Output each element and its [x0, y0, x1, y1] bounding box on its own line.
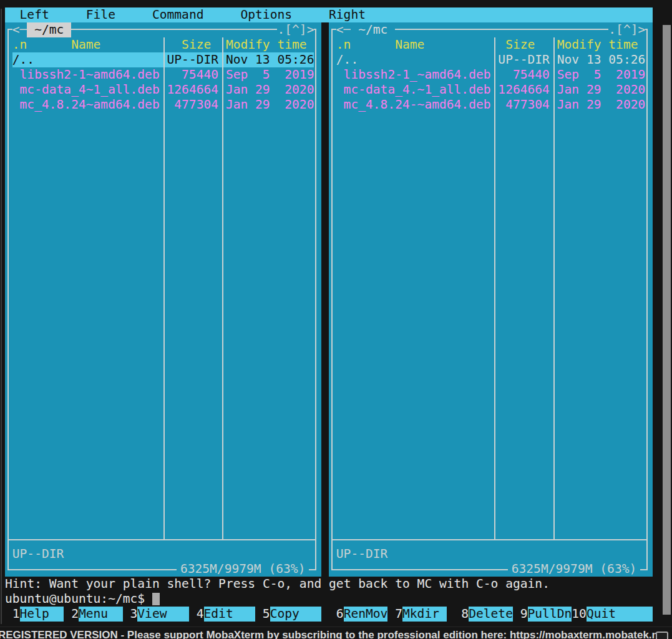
panel-right-col-header-size[interactable]: Size: [505, 37, 535, 52]
fkey-menu-button[interactable]: Menu: [79, 607, 123, 622]
file-size: 477304: [498, 97, 550, 112]
mobaxterm-terminal-window: Left File Command Options Right <─ ~/mc …: [0, 0, 672, 639]
window-edge-line: [1, 9, 2, 624]
panel-left-path-title[interactable]: ~/mc: [27, 22, 71, 37]
fkey-renmov-button[interactable]: RenMov: [344, 607, 388, 622]
fkey-8-number: 8: [454, 607, 469, 622]
menu-item-right[interactable]: Right: [329, 7, 366, 22]
file-size: UP--DIR: [498, 52, 550, 67]
file-row[interactable]: mc_4.8.24~amd64.deb 477304 Jan 29 2020: [9, 97, 315, 112]
file-mtime: Nov 13 05:26: [226, 52, 314, 67]
fkey-3-number: 3: [123, 607, 138, 622]
registration-banner: REGISTERED VERSION - Please support Moba…: [0, 627, 672, 639]
file-size: 1264664: [167, 82, 219, 97]
fkey-quit-button[interactable]: Quit: [587, 607, 653, 622]
panel-left: <─ ~/mc .[^]> .n Name Size Modify time /…: [7, 29, 316, 570]
menu-item-command[interactable]: Command: [152, 7, 204, 22]
file-mtime: Jan 29 2020: [557, 97, 646, 112]
panel-right-mini-status: UP--DIR: [336, 547, 388, 562]
panel-right-col-header-name[interactable]: Name: [395, 37, 424, 52]
shell-prompt[interactable]: ubuntu@ubuntu:~/mc$: [5, 592, 145, 607]
panel-left-view-buttons[interactable]: .[^]>: [277, 22, 314, 37]
panel-right-back-button[interactable]: <─: [336, 22, 351, 37]
file-row[interactable]: mc-data_4.~1_all.deb 1264664 Jan 29 2020: [333, 82, 646, 97]
fkey-10-number: 10: [572, 607, 587, 622]
fkey-5-number: 5: [255, 607, 270, 622]
scrollbar-thumb[interactable]: [663, 25, 671, 615]
mini-status-separator: [333, 539, 646, 540]
file-row-updir[interactable]: /.. UP--DIR Nov 13 05:26: [333, 52, 646, 67]
column-separator: [494, 37, 495, 539]
file-name: /..: [12, 52, 160, 67]
panel-right: <─ ~/mc .[^]> .n Name Size Modify time /…: [331, 29, 648, 570]
column-separator: [553, 37, 555, 539]
menu-item-file[interactable]: File: [86, 7, 115, 22]
panel-right-sort-indicator: .n: [336, 37, 351, 52]
panel-right-view-buttons[interactable]: .[^]>: [608, 22, 645, 37]
fkey-2-number: 2: [64, 607, 79, 622]
fkey-copy-button[interactable]: Copy: [270, 607, 322, 622]
fkey-view-button[interactable]: View: [137, 607, 189, 622]
registration-banner-text: REGISTERED VERSION - Please support Moba…: [0, 629, 668, 639]
file-mtime: Sep 5 2019: [226, 67, 314, 82]
file-row[interactable]: mc-data_4~1_all.deb 1264664 Jan 29 2020: [9, 82, 315, 97]
file-row[interactable]: libssh2-1_~amd64.deb 75440 Sep 5 2019: [333, 67, 646, 82]
file-size: 1264664: [498, 82, 550, 97]
fkey-mkdir-button[interactable]: Mkdir: [402, 607, 447, 622]
panel-right-free-space: 6325M/9979M (63%): [508, 562, 640, 577]
panel-left-col-header-name[interactable]: Name: [71, 37, 100, 52]
menu-item-left[interactable]: Left: [20, 7, 49, 22]
fkey-edit-button[interactable]: Edit: [204, 607, 256, 622]
file-name: mc_4.8.24-~amd64.deb: [336, 97, 491, 112]
file-name: mc-data_4~1_all.deb: [12, 82, 160, 97]
fkey-delete-button[interactable]: Delete: [469, 607, 513, 622]
panel-right-path-title[interactable]: ~/mc: [351, 22, 395, 37]
panel-left-sort-indicator: .n: [12, 37, 27, 52]
file-size: 477304: [167, 97, 219, 112]
file-size: 75440: [498, 67, 550, 82]
file-name: mc_4.8.24~amd64.deb: [12, 97, 160, 112]
file-row-updir-selected[interactable]: /.. UP--DIR Nov 13 05:26: [9, 52, 315, 67]
text-cursor: [152, 593, 160, 605]
panel-left-col-header-mtime[interactable]: Modify time: [226, 37, 307, 52]
menu-item-options[interactable]: Options: [240, 7, 292, 22]
terminal-area: Left File Command Options Right <─ ~/mc …: [5, 0, 655, 624]
file-mtime: Jan 29 2020: [226, 82, 314, 97]
hint-line: Hint: Want your plain shell? Press C-o, …: [5, 577, 550, 592]
fkey-1-number: 1: [5, 607, 20, 622]
file-mtime: Sep 5 2019: [557, 67, 646, 82]
panel-right-col-header-mtime[interactable]: Modify time: [557, 37, 638, 52]
column-separator: [163, 37, 165, 539]
file-size: UP--DIR: [167, 52, 219, 67]
fkey-4-number: 4: [189, 607, 204, 622]
file-mtime: Jan 29 2020: [226, 97, 314, 112]
file-mtime: Nov 13 05:26: [557, 52, 646, 67]
file-mtime: Jan 29 2020: [557, 82, 646, 97]
panel-left-back-button[interactable]: <─: [12, 22, 27, 37]
file-size: 75440: [167, 67, 219, 82]
fkey-9-number: 9: [513, 607, 528, 622]
column-separator: [222, 37, 223, 539]
fkey-6-number: 6: [329, 607, 344, 622]
fkey-pulldn-button[interactable]: PullDn: [528, 607, 572, 622]
panel-left-col-header-size[interactable]: Size: [182, 37, 211, 52]
file-name: /..: [336, 52, 491, 67]
panel-left-free-space: 6325M/9979M (63%): [177, 562, 309, 577]
banner-window-icon: [656, 632, 668, 639]
file-name: mc-data_4.~1_all.deb: [336, 82, 491, 97]
file-row[interactable]: mc_4.8.24-~amd64.deb 477304 Jan 29 2020: [333, 97, 646, 112]
panel-left-mini-status: UP--DIR: [12, 547, 64, 562]
mini-status-separator: [9, 539, 315, 540]
mc-menu-bar: Left File Command Options Right: [5, 7, 653, 22]
fkey-help-button[interactable]: Help: [20, 607, 64, 622]
fkey-7-number: 7: [387, 607, 402, 622]
file-name: libssh2-1_~amd64.deb: [336, 67, 491, 82]
file-row[interactable]: libssh2-1~amd64.deb 75440 Sep 5 2019: [9, 67, 315, 82]
file-name: libssh2-1~amd64.deb: [12, 67, 160, 82]
